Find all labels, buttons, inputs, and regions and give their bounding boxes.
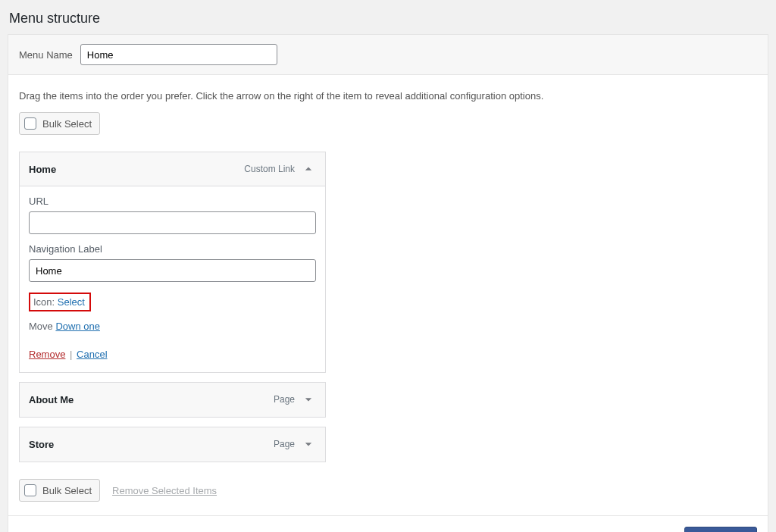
menu-name-input[interactable] [80,44,277,65]
checkbox-icon [24,484,36,496]
remove-link[interactable]: Remove [29,349,65,360]
icon-select-link[interactable]: Select [58,296,85,308]
menu-items-list: Home Custom Link URL Navigation Label Ic [19,152,326,462]
panel-footer: Delete Menu Save Menu [8,515,768,532]
menu-item-type: Custom Link [244,164,295,174]
menu-item-title: About Me [29,394,74,405]
item-action-row: Remove | Cancel [29,349,316,360]
menu-item-meta: Custom Link [244,161,316,177]
icon-prefix: Icon: [33,296,58,308]
menu-item-type: Page [274,439,295,449]
menu-item-home: Home Custom Link URL Navigation Label Ic [19,152,326,373]
icon-select-highlight: Icon: Select [29,293,91,311]
nav-label-input[interactable] [29,259,316,282]
url-label: URL [29,196,316,207]
move-prefix: Move [29,321,55,332]
bulk-select-label: Bulk Select [42,118,92,130]
move-down-link[interactable]: Down one [55,321,100,332]
menu-item-settings: URL Navigation Label Icon: Select Move D… [20,186,325,372]
nav-label-label: Navigation Label [29,243,316,255]
menu-item-type: Page [274,394,295,405]
remove-selected-items-link[interactable]: Remove Selected Items [112,485,217,496]
chevron-up-icon[interactable] [301,161,316,177]
menu-item-meta: Page [274,392,316,407]
url-input[interactable] [29,211,316,234]
save-menu-button[interactable]: Save Menu [684,527,757,532]
menu-item-bar[interactable]: Store Page [20,427,325,462]
cancel-link[interactable]: Cancel [77,349,107,360]
bottom-controls: Bulk Select Remove Selected Items [19,479,757,515]
move-row: Move Down one [29,321,316,332]
menu-structure-panel: Menu Name Drag the items into the order … [8,34,768,532]
menu-name-label: Menu Name [19,49,73,61]
panel-header: Menu Name [8,35,768,75]
menu-item-store: Store Page [19,427,326,462]
menu-item-meta: Page [274,437,316,452]
checkbox-icon [24,117,36,130]
menu-item-title: Store [29,439,54,450]
menu-item-bar[interactable]: Home Custom Link [20,152,325,186]
menu-item-title: Home [29,164,56,175]
help-text: Drag the items into the order you prefer… [19,90,757,102]
bulk-select-button-top[interactable]: Bulk Select [19,112,100,135]
section-title: Menu structure [9,11,768,27]
bulk-select-label: Bulk Select [42,485,92,496]
bulk-select-button-bottom[interactable]: Bulk Select [19,479,100,502]
separator: | [70,349,72,360]
chevron-down-icon[interactable] [301,437,316,452]
panel-body: Drag the items into the order you prefer… [8,75,768,515]
chevron-down-icon[interactable] [301,392,316,407]
menu-item-bar[interactable]: About Me Page [20,383,325,417]
menu-item-about-me: About Me Page [19,382,326,418]
